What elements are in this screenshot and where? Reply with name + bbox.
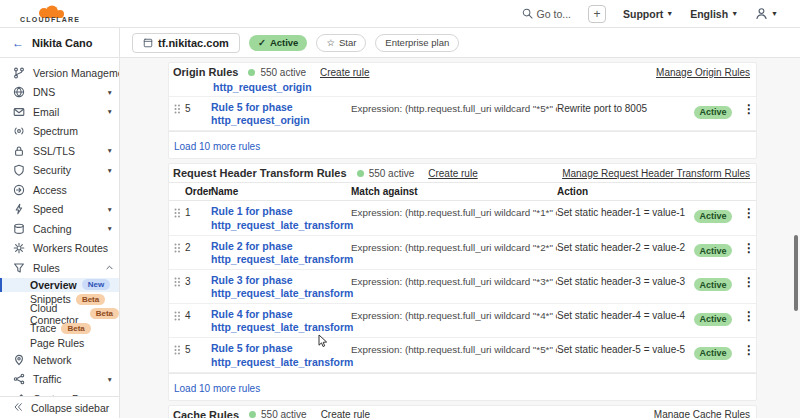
sidebar-item-speed[interactable]: Speed ▼	[0, 200, 119, 220]
sidebar-item-page-rules[interactable]: Page Rules	[0, 336, 119, 351]
drag-handle-icon[interactable]	[169, 308, 185, 321]
sidebar-item-traffic[interactable]: Traffic ▼	[0, 370, 119, 390]
active-count: 550 active	[369, 168, 415, 179]
sidebar-item-email[interactable]: Email ▼	[0, 102, 119, 122]
status-badge: Active	[694, 106, 732, 119]
kebab-menu-icon[interactable]: ⋮	[740, 240, 758, 255]
status-badge: Active	[694, 278, 732, 291]
sidebar-item-cloud-connector[interactable]: Cloud Connector Beta	[0, 307, 119, 322]
logo-wordmark: CLOUDFLARE	[20, 16, 80, 23]
sidebar-item-label: Workers Routes	[33, 242, 108, 254]
column-action: Action	[557, 186, 694, 197]
rule-name-link[interactable]: Rule 5 for phasehttp_request_origin	[211, 101, 351, 127]
goto-label: Go to...	[537, 8, 571, 20]
goto-search[interactable]: Go to...	[522, 8, 571, 20]
rule-name-link[interactable]: Rule 4 for phasehttp_request_late_transf…	[211, 308, 351, 334]
rule-action: Set static header-5 = value-5	[557, 342, 694, 355]
beta-badge: Beta	[90, 308, 119, 319]
chevron-down-icon: ▼	[771, 10, 778, 17]
kebab-menu-icon[interactable]: ⋮	[740, 274, 758, 289]
rule-name-link[interactable]: http_request_origin	[213, 81, 756, 94]
search-icon	[522, 8, 533, 19]
load-more-link[interactable]: Load 10 more rules	[174, 383, 260, 394]
cloudflare-logo[interactable]: CLOUDFLARE	[20, 5, 80, 23]
sidebar-item-version-management[interactable]: Version Management	[0, 63, 119, 83]
envelope-icon	[13, 106, 25, 118]
rule-name-link[interactable]: Rule 3 for phasehttp_request_late_transf…	[211, 274, 351, 300]
rule-order: 4	[185, 308, 211, 321]
create-rule-link[interactable]: Create rule	[428, 168, 477, 179]
sidebar-item-label: Email	[33, 106, 59, 118]
drag-handle-icon[interactable]	[169, 342, 185, 355]
sidebar-item-access[interactable]: Access	[0, 180, 119, 200]
vertical-scrollbar[interactable]	[794, 235, 798, 311]
language-menu[interactable]: English ▼	[690, 8, 738, 20]
access-icon	[13, 184, 25, 196]
rule-order: 3	[185, 274, 211, 287]
sidebar-item-security[interactable]: Security ▼	[0, 161, 119, 181]
rule-action: Set static header-2 = value-2	[557, 240, 694, 253]
column-name: Name	[211, 186, 351, 197]
star-button[interactable]: ☆ Star	[316, 34, 366, 52]
sidebar-item-label: SSL/TLS	[33, 145, 75, 157]
sidebar-item-custom-pages[interactable]: Custom Pages	[0, 389, 119, 396]
kebab-menu-icon[interactable]: ⋮	[740, 308, 758, 323]
sidebar-item-label: Rules	[33, 262, 60, 274]
sidebar-item-overview[interactable]: Overview New	[0, 278, 119, 293]
database-icon	[13, 223, 25, 235]
filter-icon	[13, 262, 25, 274]
chevron-down-icon: ▼	[107, 206, 113, 213]
sidebar-subitem-label: Trace	[30, 322, 56, 334]
back-arrow-icon[interactable]: ←	[12, 36, 24, 50]
account-menu[interactable]: ▼	[755, 7, 778, 20]
rule-name-link[interactable]: Rule 5 for phasehttp_request_late_transf…	[211, 342, 351, 368]
plan-label: Enterprise plan	[385, 37, 449, 48]
collapse-sidebar-button[interactable]: Collapse sidebar	[0, 396, 119, 418]
section-title: Origin Rules	[173, 66, 238, 78]
chevron-down-icon: ▼	[107, 376, 113, 383]
kebab-menu-icon[interactable]: ⋮	[740, 205, 758, 220]
sidebar-item-network[interactable]: Network	[0, 350, 119, 370]
sidebar-item-rules[interactable]: Rules	[0, 258, 119, 278]
chevron-down-icon: ▼	[666, 10, 673, 17]
rule-order: 2	[185, 240, 211, 253]
account-name[interactable]: Nikita Cano	[32, 37, 93, 49]
rule-order: 5	[185, 101, 211, 114]
sidebar-item-label: Security	[33, 164, 71, 176]
sidebar-item-ssl-tls[interactable]: SSL/TLS ▼	[0, 141, 119, 161]
rule-action: Set static header-3 = value-3	[557, 274, 694, 287]
sidebar-item-dns[interactable]: DNS ▼	[0, 83, 119, 103]
active-dot-icon	[249, 411, 256, 418]
branch-icon	[13, 67, 25, 79]
create-rule-link[interactable]: Create rule	[321, 409, 370, 418]
add-site-button[interactable]: +	[588, 5, 606, 23]
bolt-icon	[13, 203, 25, 215]
manage-request-header-transform-rules-link[interactable]: Manage Request Header Transform Rules	[562, 168, 750, 179]
star-label: Star	[339, 37, 356, 48]
create-rule-link[interactable]: Create rule	[320, 67, 369, 78]
pin-icon	[13, 354, 25, 366]
drag-handle-icon[interactable]	[169, 101, 185, 114]
sidebar-item-caching[interactable]: Caching ▼	[0, 219, 119, 239]
domain-selector[interactable]: tf.nikitac.com	[132, 33, 240, 53]
load-more-link[interactable]: Load 10 more rules	[174, 141, 260, 152]
user-icon	[755, 7, 768, 20]
drag-handle-icon[interactable]	[169, 274, 185, 287]
manage-cache-rules-link[interactable]: Manage Cache Rules	[654, 409, 750, 418]
rule-name-link[interactable]: Rule 1 for phasehttp_request_late_transf…	[211, 205, 351, 231]
rule-order: 1	[185, 205, 211, 218]
plus-icon: +	[594, 7, 601, 21]
manage-origin-rules-link[interactable]: Manage Origin Rules	[656, 67, 750, 78]
sidebar-item-spectrum[interactable]: Spectrum	[0, 122, 119, 142]
active-dot-icon	[357, 170, 364, 177]
sidebar-item-label: Speed	[33, 203, 63, 215]
drag-handle-icon[interactable]	[169, 205, 185, 218]
kebab-menu-icon[interactable]: ⋮	[740, 101, 758, 116]
rule-expression: Expression: (http.request.full_uri wildc…	[351, 274, 557, 287]
drag-handle-icon[interactable]	[169, 240, 185, 253]
sidebar-item-workers-routes[interactable]: Workers Routes	[0, 239, 119, 259]
status-badge: Active	[694, 347, 732, 360]
support-menu[interactable]: Support ▼	[623, 8, 673, 20]
kebab-menu-icon[interactable]: ⋮	[740, 342, 758, 357]
rule-name-link[interactable]: Rule 2 for phasehttp_request_late_transf…	[211, 240, 351, 266]
